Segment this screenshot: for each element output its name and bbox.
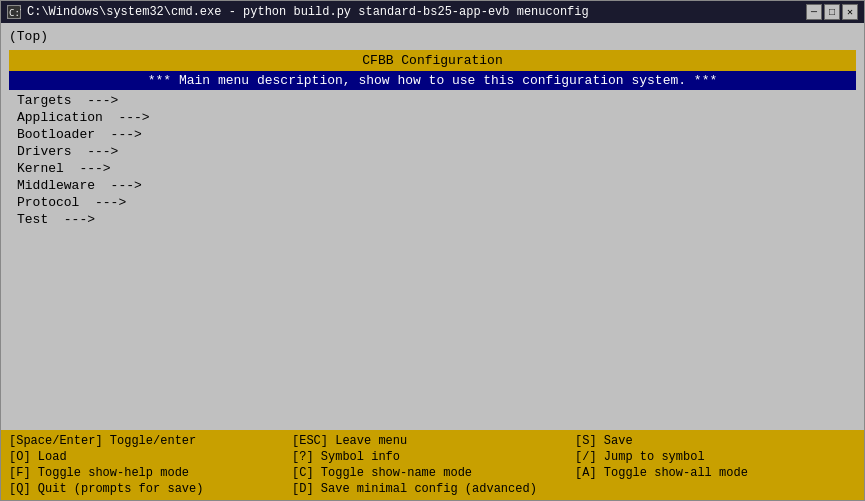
- title-bar-controls: ─ □ ✕: [806, 4, 858, 20]
- menu-title: CFBB Configuration: [9, 50, 856, 71]
- close-button[interactable]: ✕: [842, 4, 858, 20]
- menu-item[interactable]: Application --->: [9, 109, 856, 126]
- bottom-item: [575, 482, 856, 496]
- menu-item[interactable]: Kernel --->: [9, 160, 856, 177]
- svg-text:C:\: C:\: [9, 8, 21, 18]
- menu-item[interactable]: Middleware --->: [9, 177, 856, 194]
- maximize-button[interactable]: □: [824, 4, 840, 20]
- title-text: C:\Windows\system32\cmd.exe - python bui…: [27, 5, 589, 19]
- app-icon: C:\: [7, 5, 21, 19]
- menu-container: CFBB Configuration *** Main menu descrip…: [9, 50, 856, 238]
- breadcrumb: (Top): [9, 27, 856, 46]
- menu-item[interactable]: Protocol --->: [9, 194, 856, 211]
- bottom-item: [C] Toggle show-name mode: [292, 466, 573, 480]
- bottom-item: [A] Toggle show-all mode: [575, 466, 856, 480]
- menu-items-list: Targets --->Application --->Bootloader -…: [9, 90, 856, 230]
- title-bar: C:\ C:\Windows\system32\cmd.exe - python…: [1, 1, 864, 23]
- bottom-item: [D] Save minimal config (advanced): [292, 482, 573, 496]
- bottom-item: [O] Load: [9, 450, 290, 464]
- menu-item[interactable]: Targets --->: [9, 92, 856, 109]
- bottom-item: [Space/Enter] Toggle/enter: [9, 434, 290, 448]
- menu-description[interactable]: *** Main menu description, show how to u…: [9, 71, 856, 90]
- menu-item[interactable]: Drivers --->: [9, 143, 856, 160]
- menu-item[interactable]: Bootloader --->: [9, 126, 856, 143]
- bottom-item: [S] Save: [575, 434, 856, 448]
- window: C:\ C:\Windows\system32\cmd.exe - python…: [0, 0, 865, 501]
- bottom-item: [ESC] Leave menu: [292, 434, 573, 448]
- bottom-item: [Q] Quit (prompts for save): [9, 482, 290, 496]
- minimize-button[interactable]: ─: [806, 4, 822, 20]
- title-bar-left: C:\ C:\Windows\system32\cmd.exe - python…: [7, 5, 589, 19]
- content-area: (Top) CFBB Configuration *** Main menu d…: [1, 23, 864, 430]
- bottom-item: [/] Jump to symbol: [575, 450, 856, 464]
- bottom-item: [?] Symbol info: [292, 450, 573, 464]
- bottom-bar: [Space/Enter] Toggle/enter[ESC] Leave me…: [1, 430, 864, 500]
- menu-item[interactable]: Test --->: [9, 211, 856, 228]
- bottom-item: [F] Toggle show-help mode: [9, 466, 290, 480]
